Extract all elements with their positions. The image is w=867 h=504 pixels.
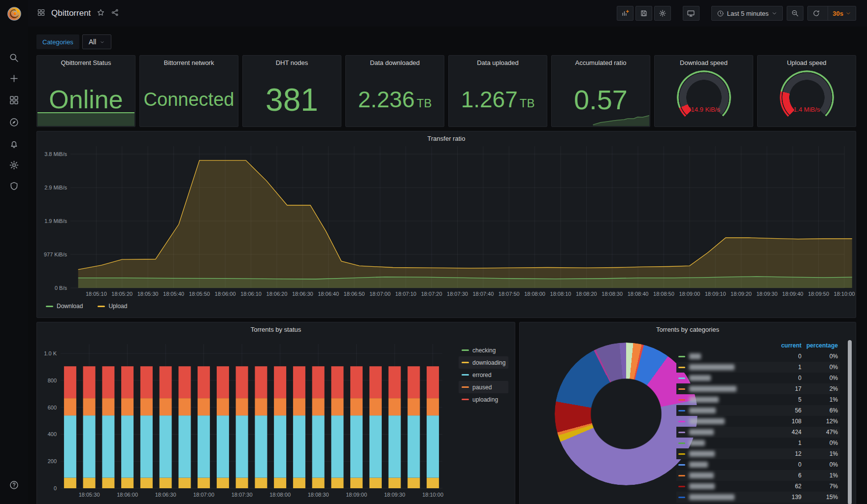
panel-title[interactable]: Data downloaded	[346, 59, 444, 66]
category-current: 1	[770, 364, 801, 371]
x-axis-label: 18:07:30	[447, 291, 468, 297]
legend-swatch	[462, 349, 469, 351]
bar-segment-paused	[217, 398, 229, 415]
category-row[interactable]: 62 7%	[676, 481, 840, 492]
time-range-picker[interactable]: Last 5 minutes	[711, 6, 783, 21]
variables-bar: Categories All	[36, 34, 111, 49]
x-axis-label: 18:07:00	[369, 291, 391, 297]
apps-grid-icon[interactable]	[37, 8, 45, 19]
top-navbar: Qbittorrent Last 5 minutes	[28, 0, 867, 27]
legend-item-upload[interactable]: Upload	[95, 302, 130, 311]
category-swatch	[678, 356, 685, 357]
star-icon[interactable]	[97, 8, 105, 19]
x-axis-label: 18:06:30	[155, 492, 176, 498]
x-axis-label: 18:06:00	[215, 291, 236, 297]
variable-value-dropdown[interactable]: All	[82, 34, 112, 49]
category-row[interactable]: 17 2%	[676, 383, 840, 394]
bar-segment-downloading	[407, 478, 420, 488]
category-row[interactable]: 12 1%	[676, 448, 840, 459]
legend-item-download[interactable]: Download	[43, 302, 86, 311]
sidebar	[0, 0, 28, 504]
y-axis-label: 800	[48, 378, 57, 383]
stat-panel-download-speed: Download speed 314.9 KiB/s	[654, 55, 753, 127]
x-axis-label: 18:05:10	[86, 291, 107, 297]
legend-label: errored	[472, 372, 492, 378]
legend-item-checking[interactable]: checking	[459, 344, 508, 356]
bar-segment-errored	[312, 415, 325, 478]
y-axis-label: 977 KiB/s	[44, 252, 67, 257]
panel-title[interactable]: Bittorrent network	[140, 59, 238, 66]
save-dashboard-button[interactable]	[635, 6, 652, 21]
col-percentage[interactable]: percentage	[801, 342, 838, 349]
legend-item-errored[interactable]: errored	[459, 369, 508, 381]
grafana-logo[interactable]	[0, 4, 28, 24]
legend-swatch	[46, 306, 53, 307]
sidebar-item-add[interactable]	[0, 69, 28, 87]
sidebar-item-configuration[interactable]	[0, 156, 28, 174]
panel-title[interactable]: Data uploaded	[449, 59, 547, 66]
panel-title[interactable]: Transfer ratio	[37, 135, 856, 142]
bar-segment-paused	[369, 398, 382, 415]
add-panel-button[interactable]	[617, 6, 634, 21]
table-scrollbar[interactable]	[848, 340, 852, 504]
x-axis-label: 18:06:30	[292, 291, 313, 297]
bar-segment-uploading	[369, 366, 382, 398]
sidebar-item-explore[interactable]	[0, 113, 28, 131]
sidebar-item-dashboards[interactable]	[0, 91, 28, 109]
categories-table-header: current percentage	[676, 340, 840, 351]
panel-title[interactable]: Torrents by categories	[520, 326, 856, 333]
panel-title[interactable]: Accumulated ratio	[552, 59, 650, 66]
legend-item-downloading[interactable]: downloading	[459, 356, 508, 369]
category-row[interactable]: 139 15%	[676, 492, 840, 503]
panel-title[interactable]: Upload speed	[758, 59, 856, 66]
category-percentage: 0%	[801, 375, 838, 381]
panel-torrents-by-categories: Torrents by categories current percentag…	[519, 322, 856, 504]
category-row[interactable]: 5 1%	[676, 394, 840, 405]
panel-title[interactable]: Torrents by status	[37, 326, 515, 333]
share-icon[interactable]	[111, 8, 119, 19]
x-axis-label: 18:05:30	[79, 492, 100, 498]
refresh-button[interactable]	[808, 6, 825, 20]
category-row[interactable]: 108 12%	[676, 416, 840, 427]
panel-title[interactable]: DHT nodes	[243, 59, 341, 66]
bar-segment-paused	[331, 398, 343, 415]
category-row[interactable]: 6 1%	[676, 470, 840, 481]
sidebar-item-help[interactable]	[0, 476, 28, 494]
category-row[interactable]: 1 0%	[676, 362, 840, 373]
legend-item-paused[interactable]: paused	[459, 381, 508, 393]
dashboards-grid-icon	[9, 95, 19, 105]
sidebar-item-search[interactable]	[0, 49, 28, 66]
legend-item-uploading[interactable]: uploading	[459, 393, 508, 406]
zoom-out-icon	[791, 9, 799, 17]
sidebar-item-server-admin[interactable]	[0, 177, 28, 195]
gauge: 1.4 MiB/s	[780, 70, 834, 125]
legend-swatch	[462, 362, 469, 363]
category-row[interactable]: 0 0%	[676, 373, 840, 383]
category-swatch	[678, 432, 685, 433]
col-current[interactable]: current	[770, 342, 801, 349]
stat-sparkline	[37, 112, 134, 126]
dashboard-settings-button[interactable]	[654, 6, 671, 21]
category-swatch	[678, 486, 685, 487]
category-row[interactable]: 0 0%	[676, 351, 840, 362]
bar-segment-uploading	[160, 366, 172, 398]
panel-title[interactable]: Download speed	[655, 59, 753, 66]
panel-title[interactable]: Qbittorrent Status	[37, 59, 135, 66]
category-percentage: 0%	[801, 353, 838, 360]
stat-value: 1.267TB	[449, 88, 547, 111]
zoom-out-button[interactable]	[787, 6, 803, 21]
category-row[interactable]: 56 6%	[676, 405, 840, 416]
x-axis-label: 18:06:40	[318, 291, 339, 297]
category-row[interactable]: 0 0%	[676, 459, 840, 470]
x-axis-label: 18:08:00	[269, 492, 291, 498]
stat-panel-dht-nodes: DHT nodes381	[242, 55, 341, 127]
sidebar-item-alerting[interactable]	[0, 135, 28, 153]
cycle-view-button[interactable]	[683, 6, 700, 21]
category-label-redacted	[689, 353, 701, 359]
bar-segment-uploading	[407, 366, 420, 398]
bar-segment-paused	[83, 398, 96, 415]
category-row[interactable]: 1 0%	[676, 438, 840, 448]
bar-segment-errored	[255, 415, 267, 478]
refresh-interval-dropdown[interactable]: 30s	[828, 6, 856, 20]
category-row[interactable]: 424 47%	[676, 427, 840, 438]
